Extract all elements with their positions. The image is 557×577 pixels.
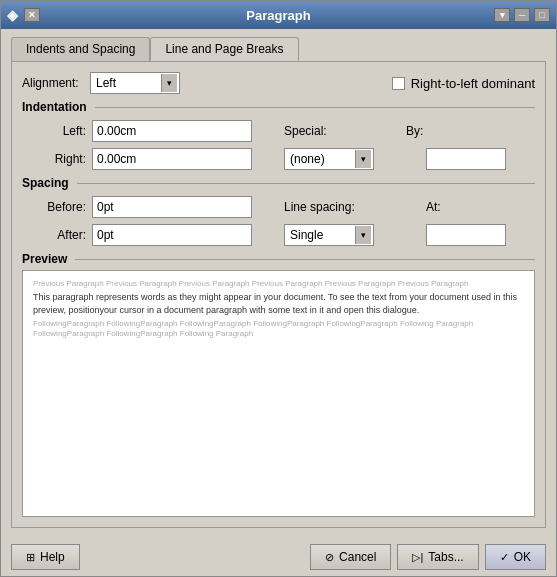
help-label: Help <box>40 550 65 564</box>
ok-button[interactable]: ✓ OK <box>485 544 546 570</box>
button-row: ⊞ Help ⊘ Cancel ▷| Tabs... ✓ OK <box>1 536 556 576</box>
spacing-bottom-row: After: Single ▾ <box>22 224 535 246</box>
preview-next-text: FollowingParagraph FollowingParagraph Fo… <box>33 319 524 340</box>
alignment-row: Alignment: Left ▾ Right-to-left dominant <box>22 72 535 94</box>
alignment-dropdown-arrow: ▾ <box>161 74 177 92</box>
ok-label: OK <box>514 550 531 564</box>
tabs-button[interactable]: ▷| Tabs... <box>397 544 478 570</box>
before-input[interactable] <box>92 196 252 218</box>
titlebar-left: ◈ ✕ <box>7 7 40 23</box>
preview-prev-text: Previous Paragraph Previous Paragraph Pr… <box>33 279 524 289</box>
minimize-icon[interactable]: ─ <box>514 8 530 22</box>
preview-current-text: This paragraph represents words as they … <box>33 291 524 316</box>
left-label: Left: <box>26 124 86 138</box>
rtl-label: Right-to-left dominant <box>411 76 535 91</box>
preview-label: Preview <box>22 252 67 266</box>
after-label: After: <box>26 228 86 242</box>
line-spacing-value: Single <box>287 228 355 242</box>
dialog-content: Indents and Spacing Line and Page Breaks… <box>1 29 556 536</box>
paragraph-dialog: ◈ ✕ Paragraph ▾ ─ □ Indents and Spacing … <box>0 0 557 577</box>
spacing-section-header: Spacing <box>22 176 535 190</box>
alignment-label: Alignment: <box>22 76 82 90</box>
right-label: Right: <box>26 152 86 166</box>
line-spacing-label: Line spacing: <box>284 200 384 214</box>
close-icon[interactable]: ✕ <box>24 8 40 22</box>
alignment-dropdown[interactable]: Left ▾ <box>90 72 180 94</box>
cancel-label: Cancel <box>339 550 376 564</box>
tab-line-page-breaks[interactable]: Line and Page Breaks <box>150 37 298 61</box>
help-button[interactable]: ⊞ Help <box>11 544 80 570</box>
spacing-label: Spacing <box>22 176 69 190</box>
tabs-label: Tabs... <box>428 550 463 564</box>
tabs-icon: ▷| <box>412 551 423 564</box>
indentation-top-row: Left: Special: By: <box>22 120 535 142</box>
after-input[interactable] <box>92 224 252 246</box>
tab-bar: Indents and Spacing Line and Page Breaks <box>11 37 546 61</box>
rtl-row: Right-to-left dominant <box>392 76 535 91</box>
preview-box: Previous Paragraph Previous Paragraph Pr… <box>22 270 535 517</box>
right-input[interactable] <box>92 148 252 170</box>
line-spacing-arrow: ▾ <box>355 226 371 244</box>
menu-icon[interactable]: ▾ <box>494 8 510 22</box>
line-spacing-dropdown[interactable]: Single ▾ <box>284 224 374 246</box>
maximize-icon[interactable]: □ <box>534 8 550 22</box>
left-input[interactable] <box>92 120 252 142</box>
special-dropdown[interactable]: (none) ▾ <box>284 148 374 170</box>
tab-linebreaks-label: Line and Page Breaks <box>165 42 283 56</box>
at-input[interactable] <box>426 224 506 246</box>
indentation-label: Indentation <box>22 100 87 114</box>
preview-section: Preview Previous Paragraph Previous Para… <box>22 252 535 517</box>
indentation-section-header: Indentation <box>22 100 535 114</box>
right-buttons: ⊘ Cancel ▷| Tabs... ✓ OK <box>310 544 546 570</box>
special-arrow: ▾ <box>355 150 371 168</box>
indentation-bottom-row: Right: (none) ▾ <box>22 148 535 170</box>
titlebar: ◈ ✕ Paragraph ▾ ─ □ <box>1 1 556 29</box>
dialog-panel: Alignment: Left ▾ Right-to-left dominant… <box>11 61 546 528</box>
tab-indents-label: Indents and Spacing <box>26 42 135 56</box>
preview-header: Preview <box>22 252 535 266</box>
special-label: Special: <box>284 124 364 138</box>
rtl-checkbox[interactable] <box>392 77 405 90</box>
by-label: By: <box>406 124 486 138</box>
spacing-top-row: Before: Line spacing: At: <box>22 196 535 218</box>
tab-indents-spacing[interactable]: Indents and Spacing <box>11 37 150 61</box>
by-input[interactable] <box>426 148 506 170</box>
alignment-left: Alignment: Left ▾ <box>22 72 180 94</box>
cancel-button[interactable]: ⊘ Cancel <box>310 544 391 570</box>
cancel-icon: ⊘ <box>325 551 334 564</box>
app-icon: ◈ <box>7 7 18 23</box>
titlebar-controls: ▾ ─ □ <box>494 8 550 22</box>
at-label: At: <box>426 200 506 214</box>
special-value: (none) <box>287 152 355 166</box>
window-title: Paragraph <box>246 8 310 23</box>
ok-icon: ✓ <box>500 551 509 564</box>
help-icon: ⊞ <box>26 551 35 564</box>
before-label: Before: <box>26 200 86 214</box>
alignment-value: Left <box>93 76 161 90</box>
